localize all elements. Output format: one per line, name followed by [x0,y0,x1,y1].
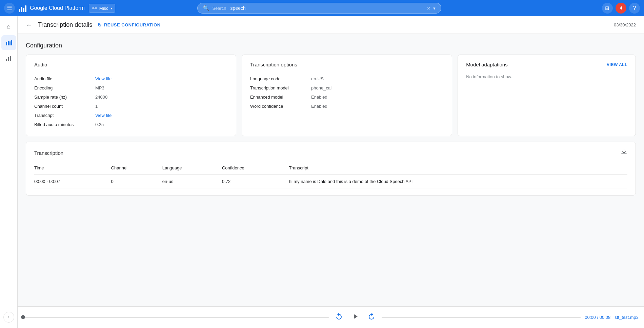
transcription-options-table: Language code en-US Transcription model … [250,74,444,111]
progress-dot [21,315,25,319]
download-button[interactable] [621,149,627,157]
search-label: Search [212,6,226,11]
col-time: Time [34,163,111,175]
chart-icon [5,55,12,63]
left-sidebar: ⌂ › [0,16,18,328]
row-confidence: 0.72 [222,175,289,188]
enhanced-model-value: Enabled [311,93,444,102]
billed-minutes-label: Billed audio minutes [34,120,95,129]
table-row: 00:00 - 00:07 0 en-us 0.72 hi my name is… [34,175,627,188]
back-button[interactable]: ← [26,21,33,29]
encoding-row: Encoding MP3 [34,83,228,93]
search-expand-button[interactable]: ▾ [433,6,436,11]
row-language: en-us [162,175,222,188]
project-selector[interactable]: Misc ▾ [89,4,115,13]
configuration-cards: Audio Audio file View file Encoding MP3 … [26,55,636,136]
help-button[interactable]: ? [629,3,640,14]
language-code-label: Language code [250,74,311,83]
svg-marker-10 [354,314,358,319]
search-input[interactable] [230,5,424,11]
transcription-data-table: Time Channel Language Confidence Transcr… [34,163,627,188]
search-bar: 🔍 Search ✕ ▾ [197,3,441,14]
svg-point-0 [92,7,94,9]
reuse-icon: ↻ [98,22,102,28]
svg-rect-6 [11,40,12,45]
channel-count-value: 1 [95,102,228,111]
col-channel: Channel [111,163,162,175]
sample-rate-row: Sample rate (hz) 24000 [34,93,228,102]
grid-apps-button[interactable]: ⊞ [602,3,613,14]
channel-count-row: Channel count 1 [34,102,228,111]
progress-track[interactable] [382,317,581,318]
encoding-label: Encoding [34,83,95,93]
page-title: Transcription details [38,21,92,28]
search-clear-button[interactable]: ✕ [427,6,430,11]
word-confidence-value: Enabled [311,102,444,111]
row-time: 00:00 - 00:07 [34,175,111,188]
configuration-section-title: Configuration [26,42,636,49]
model-adaptations-card: Model adaptations VIEW ALL No informatio… [458,55,636,136]
view-all-link[interactable]: VIEW ALL [607,62,627,67]
sub-header: ← Transcription details ↻ REUSE CONFIGUR… [18,16,644,34]
billed-minutes-value: 0.25 [95,120,228,129]
transcription-model-row: Transcription model phone_call [250,83,444,93]
expand-icon: › [8,315,9,320]
reuse-configuration-button[interactable]: ↻ REUSE CONFIGURATION [98,22,160,28]
audio-player: 00:00 / 00:08 stt_test.mp3 [18,306,644,328]
download-icon [621,149,627,157]
transcription-results-card: Transcription Time Channel Languag [26,142,636,196]
play-pause-button[interactable] [349,311,361,324]
notification-count: 4 [620,6,622,11]
word-confidence-label: Word confidence [250,102,311,111]
audio-file-row: Audio file View file [34,74,228,83]
app-name: Google Cloud Platform [30,5,85,11]
svg-rect-3 [6,42,7,45]
transcript-row: Transcript View file [34,111,228,120]
player-filename: stt_test.mp3 [615,315,639,320]
forward-button[interactable] [365,311,378,324]
audio-info-table: Audio file View file Encoding MP3 Sample… [34,74,228,129]
transcription-results-header: Transcription [34,149,627,157]
replay-icon [335,312,343,323]
language-code-value: en-US [311,74,444,83]
encoding-value: MP3 [95,83,228,93]
language-code-row: Language code en-US [250,74,444,83]
sidebar-expand-button[interactable]: › [3,312,14,323]
project-name: Misc [99,6,108,11]
player-controls: 00:00 / 00:08 stt_test.mp3 [333,311,639,324]
forward-icon [367,312,376,323]
content-area: ← Transcription details ↻ REUSE CONFIGUR… [18,16,644,328]
sample-rate-value: 24000 [95,93,228,102]
svg-point-1 [95,7,97,9]
transcript-link[interactable]: View file [95,113,112,118]
transcription-date: 03/30/2022 [614,22,636,27]
player-time: 00:00 / 00:08 [585,315,610,320]
audio-file-label: Audio file [34,74,95,83]
row-transcript: hi my name is Dale and this is a demo of… [289,175,627,188]
notification-button[interactable]: 4 [616,3,626,14]
menu-button[interactable]: ☰ [4,3,15,14]
transcription-results-title: Transcription [34,150,63,156]
project-chevron-icon: ▾ [110,6,112,10]
sidebar-item-dashboard[interactable] [1,35,16,50]
enhanced-model-row: Enhanced model Enabled [250,93,444,102]
billed-minutes-row: Billed audio minutes 0.25 [34,120,228,129]
top-bar-right-actions: ⊞ 4 ? [602,3,640,14]
audio-file-link[interactable]: View file [95,76,112,81]
sidebar-item-chart[interactable] [1,52,16,66]
player-progress-bar[interactable] [23,317,329,318]
replay-button[interactable] [333,311,345,324]
top-navigation-bar: ☰ Google Cloud Platform Misc ▾ 🔍 Search … [0,0,644,16]
home-icon: ⌂ [7,23,11,30]
search-actions: ✕ ▾ [427,6,436,11]
audio-card: Audio Audio file View file Encoding MP3 … [26,55,236,136]
svg-rect-5 [9,41,11,45]
svg-rect-4 [8,41,9,45]
sidebar-item-home[interactable]: ⌂ [1,19,16,34]
transcript-label: Transcript [34,111,95,120]
reuse-label: REUSE CONFIGURATION [104,22,161,27]
sample-rate-label: Sample rate (hz) [34,93,95,102]
dashboard-icon [5,39,12,46]
model-adaptations-title: Model adaptations [466,62,508,67]
no-info-text: No information to show. [466,74,512,79]
